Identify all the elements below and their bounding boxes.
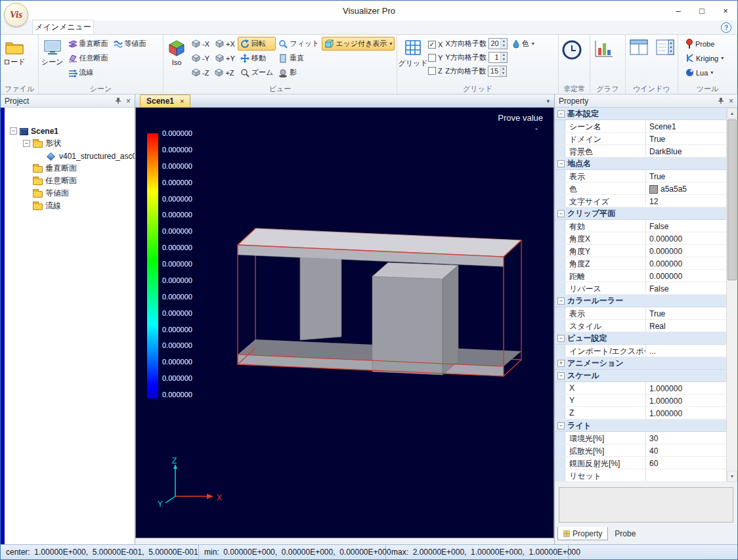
property-value[interactable]: False — [646, 220, 726, 232]
scroll-thumb[interactable] — [727, 119, 737, 280]
property-name[interactable]: 鏡面反射光[%] — [565, 457, 646, 469]
collapse-icon[interactable]: − — [557, 110, 565, 118]
property-name[interactable]: リセット — [565, 469, 646, 481]
property-value[interactable]: 0.000000 — [646, 245, 726, 257]
property-value[interactable]: Real — [646, 320, 726, 332]
close-panel-icon[interactable]: × — [729, 97, 733, 105]
property-value[interactable]: 0.000000 — [646, 257, 726, 269]
grid-z-count-input[interactable]: 15 ▴▾ — [488, 66, 507, 77]
property-section[interactable]: +アニメーション — [555, 357, 726, 370]
load-button[interactable]: ロード — [1, 35, 28, 69]
property-value[interactable]: True — [646, 133, 726, 144]
property-section[interactable]: −基本設定 — [555, 108, 726, 120]
grid-x-checkbox[interactable]: ✓ X — [428, 38, 443, 51]
property-section[interactable]: −カラールーラー — [555, 295, 726, 307]
pin-icon[interactable] — [718, 97, 725, 104]
property-name[interactable]: 角度Z — [565, 257, 646, 269]
collapse-icon[interactable]: − — [557, 160, 565, 167]
property-value[interactable]: 0.000000 — [646, 232, 726, 244]
property-section[interactable]: −地点名 — [555, 158, 726, 170]
spinner-arrows[interactable]: ▴▾ — [500, 39, 507, 49]
property-value[interactable]: a5a5a5 — [646, 183, 726, 194]
view-plus-x-button[interactable]: +X — [213, 37, 238, 51]
property-name[interactable]: 拡散光[%] — [565, 444, 646, 456]
tab-probe[interactable]: Probe — [609, 527, 641, 540]
tree-item-vertical-section[interactable]: 垂直断面 — [5, 162, 135, 175]
vertical-section-button[interactable]: 垂直断面 — [66, 37, 111, 51]
grid-x-count-input[interactable]: 20 ▴▾ — [488, 38, 508, 49]
kriging-button[interactable]: Kriging ▾ — [683, 51, 726, 65]
view-plus-z-button[interactable]: +Z — [212, 66, 236, 79]
property-value[interactable]: 40 — [646, 444, 726, 456]
shadow-button[interactable]: 影 — [276, 66, 322, 79]
view-minus-z-button[interactable]: -Z — [189, 66, 211, 79]
collapse-icon[interactable]: − — [23, 140, 30, 147]
unsteady-button[interactable] — [559, 35, 584, 62]
tree-item-mesh[interactable]: v401_structured_asc0 — [5, 150, 135, 162]
property-name[interactable]: ドメイン — [565, 133, 646, 144]
collapse-icon[interactable]: − — [10, 127, 17, 135]
property-value[interactable]: 30 — [646, 432, 726, 444]
property-name[interactable]: 表示 — [565, 307, 646, 319]
graph-button[interactable] — [591, 35, 616, 61]
grid-color-button[interactable]: 色 ▾ — [510, 37, 537, 51]
property-name[interactable]: Z — [565, 407, 646, 419]
property-name[interactable]: 表示 — [565, 170, 646, 182]
property-name[interactable]: 距離 — [565, 270, 646, 282]
property-name[interactable]: 色 — [565, 183, 646, 194]
property-value[interactable]: 1.000000 — [646, 382, 726, 394]
close-tab-icon[interactable]: × — [180, 97, 184, 105]
tree-item-streamline[interactable]: 流線 — [5, 200, 135, 212]
property-section[interactable]: −ビュー設定 — [555, 332, 726, 345]
minimize-button[interactable]: – — [666, 1, 690, 20]
view-minus-x-button[interactable]: -X — [189, 37, 212, 51]
property-name[interactable]: インポート/エクスポート — [565, 345, 646, 356]
property-value[interactable]: ... — [646, 345, 726, 356]
collapse-icon[interactable]: − — [557, 372, 565, 379]
arbitrary-section-button[interactable]: 任意断面 — [66, 51, 111, 65]
property-value[interactable]: 1.000000 — [646, 395, 726, 406]
scene-button[interactable]: シーン — [39, 35, 66, 69]
scroll-down-icon[interactable]: ▼ — [727, 471, 737, 482]
property-section[interactable]: −クリップ平面 — [555, 207, 726, 220]
collapse-icon[interactable]: − — [557, 297, 565, 305]
tab-scene1[interactable]: Scene1 × — [140, 95, 190, 107]
property-name[interactable]: 文字サイズ — [565, 195, 646, 207]
collapse-icon[interactable]: − — [557, 335, 565, 342]
caret-down-icon[interactable]: ▾ — [710, 70, 713, 75]
tree-item-shape[interactable]: −形状 — [5, 137, 135, 150]
property-value[interactable]: Scene1 — [646, 120, 726, 132]
property-value[interactable]: DarkBlue — [646, 145, 726, 157]
close-button[interactable]: × — [714, 1, 737, 20]
property-name[interactable]: スタイル — [565, 320, 646, 332]
property-section[interactable]: −スケール — [555, 370, 726, 382]
collapse-icon[interactable]: − — [557, 422, 565, 429]
property-value[interactable]: 12 — [646, 195, 726, 207]
window-layout-button[interactable] — [628, 35, 650, 57]
property-name[interactable]: シーン名 — [565, 120, 646, 132]
streamline-button[interactable]: 流線 — [66, 66, 111, 79]
close-panel-icon[interactable]: × — [126, 97, 131, 105]
property-section[interactable]: −ライト — [555, 420, 726, 432]
property-name[interactable]: 有効 — [565, 220, 646, 232]
caret-down-icon[interactable]: ▾ — [389, 41, 392, 47]
property-value[interactable]: 1.000000 — [646, 407, 726, 419]
vertical-button[interactable]: 垂直 — [276, 51, 322, 65]
fit-button[interactable]: フィット — [276, 37, 322, 51]
help-icon[interactable]: ? — [721, 22, 731, 33]
tree-item-isosurface[interactable]: 等値面 — [5, 187, 135, 200]
property-scrollbar[interactable]: ▲ ▼ — [726, 108, 737, 482]
property-name[interactable]: 角度X — [565, 232, 646, 244]
property-value[interactable]: True — [646, 170, 726, 182]
tab-main-menu[interactable]: メインメニュー — [32, 20, 94, 34]
iso-view-button[interactable]: Iso — [164, 35, 189, 68]
collapse-icon[interactable]: − — [557, 210, 565, 217]
tab-property[interactable]: Property — [557, 527, 608, 540]
grid-y-checkbox[interactable]: Y — [428, 51, 443, 64]
probe-button[interactable]: Probe — [683, 37, 726, 51]
spinner-arrows[interactable]: ▴▾ — [500, 53, 507, 62]
view-plus-y-button[interactable]: +Y — [213, 51, 238, 65]
property-value[interactable]: False — [646, 282, 726, 294]
move-button[interactable]: 移動 — [238, 51, 276, 65]
grid-button[interactable]: グリッド — [398, 35, 428, 70]
